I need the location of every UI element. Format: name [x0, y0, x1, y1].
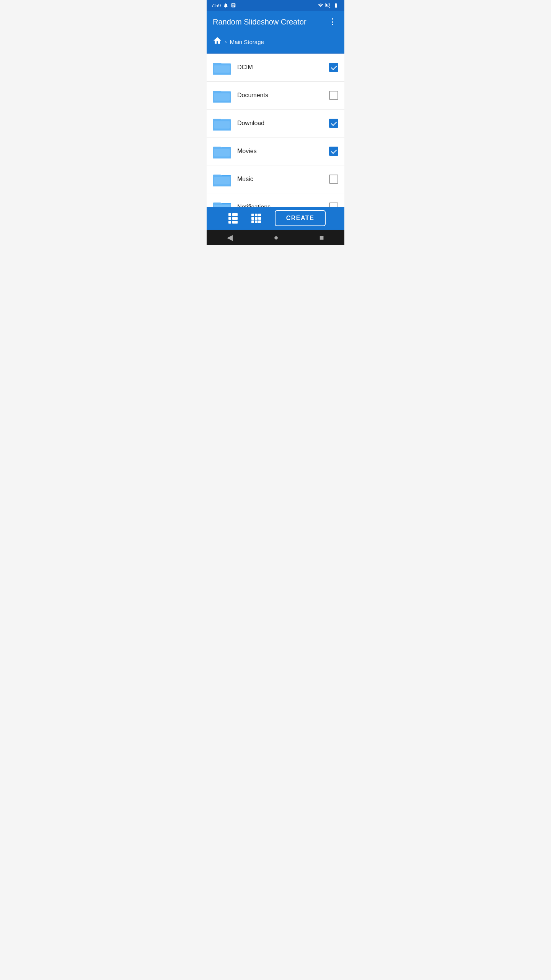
bottom-bar: CREATE: [207, 207, 344, 230]
folder-list: DCIMDocumentsDownloadMoviesMusicNotifica…: [207, 54, 344, 210]
breadcrumb: › Main Storage: [207, 33, 344, 54]
create-button[interactable]: CREATE: [275, 210, 326, 226]
folder-name: Documents: [237, 92, 329, 99]
list-item: Music: [207, 165, 344, 193]
folder-icon: [213, 115, 231, 132]
status-right: [318, 3, 340, 8]
list-item: DCIM: [207, 54, 344, 82]
status-bar: 7:59: [207, 0, 344, 11]
svg-rect-8: [214, 121, 230, 129]
grid-view-button[interactable]: [248, 211, 264, 226]
folder-name: DCIM: [237, 64, 329, 71]
svg-rect-14: [214, 177, 230, 185]
clipboard-icon: [231, 3, 236, 8]
breadcrumb-location: Main Storage: [230, 39, 264, 45]
notification-icon: [223, 3, 228, 8]
folder-name: Movies: [237, 148, 329, 155]
status-left: 7:59: [211, 3, 236, 8]
list-item: Movies: [207, 137, 344, 165]
signal-icon: [325, 3, 331, 8]
folder-checkbox[interactable]: [329, 91, 338, 100]
folder-checkbox[interactable]: [329, 147, 338, 156]
folder-name: Music: [237, 176, 329, 183]
time-display: 7:59: [211, 3, 221, 8]
svg-rect-11: [214, 149, 230, 157]
back-button[interactable]: ◀: [227, 233, 233, 242]
breadcrumb-chevron: ›: [225, 39, 227, 45]
nav-bar: ◀ ● ■: [207, 230, 344, 245]
home-icon[interactable]: [213, 36, 222, 47]
wifi-icon: [318, 3, 324, 8]
svg-rect-5: [214, 93, 230, 101]
overflow-menu-button[interactable]: ⋮: [327, 15, 338, 28]
app-title: Random Slideshow Creator: [213, 18, 306, 26]
list-item: Download: [207, 109, 344, 137]
battery-icon: [332, 3, 340, 8]
app-bar: Random Slideshow Creator ⋮: [207, 11, 344, 33]
home-button[interactable]: ●: [274, 233, 278, 242]
list-item: Documents: [207, 82, 344, 109]
folder-icon: [213, 171, 231, 188]
folder-checkbox[interactable]: [329, 175, 338, 184]
folder-checkbox[interactable]: [329, 119, 338, 128]
list-view-button[interactable]: [225, 210, 241, 227]
folder-name: Download: [237, 120, 329, 127]
folder-icon: [213, 87, 231, 104]
folder-icon: [213, 143, 231, 160]
svg-rect-2: [214, 65, 230, 73]
folder-checkbox[interactable]: [329, 63, 338, 72]
recents-button[interactable]: ■: [319, 233, 324, 242]
folder-icon: [213, 59, 231, 76]
